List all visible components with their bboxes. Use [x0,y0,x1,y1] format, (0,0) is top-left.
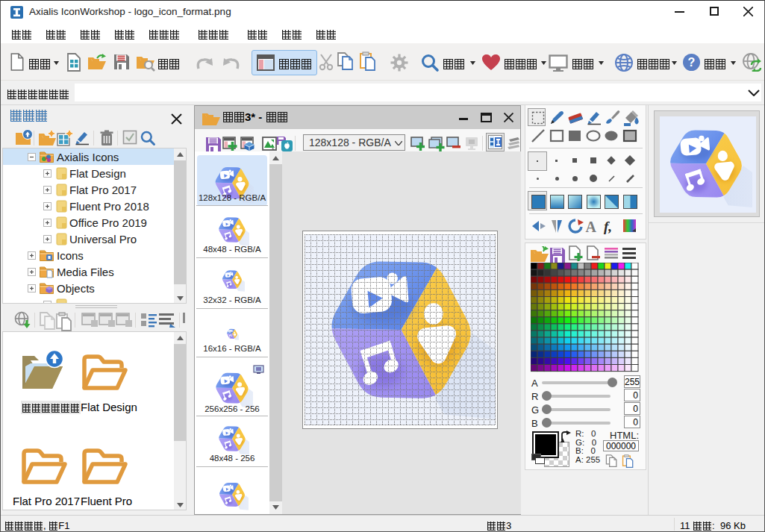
svg-text:?: ? [688,56,696,69]
